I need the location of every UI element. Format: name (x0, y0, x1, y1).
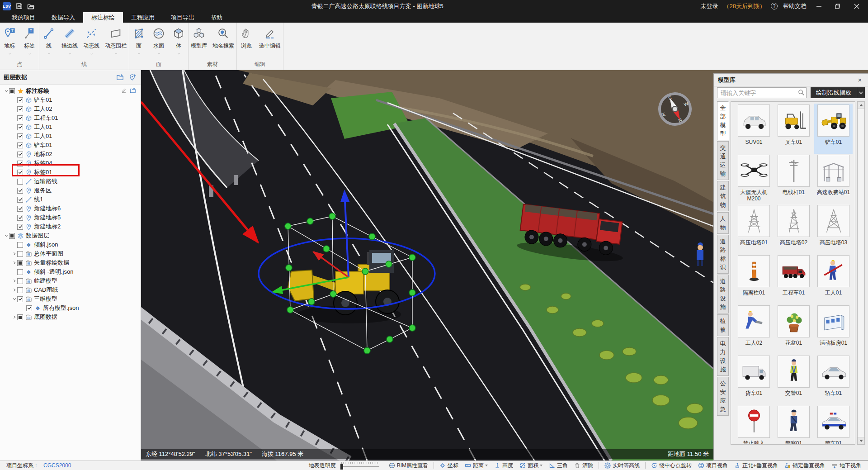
category-tab-电力设施[interactable]: 电力设施 (717, 337, 729, 376)
crs-value[interactable]: CGCS2000 (43, 462, 71, 469)
tree-row-标注标绘[interactable]: 标注标绘 (0, 86, 141, 95)
statusbar-tool-锁定垂直视角[interactable]: 锁定垂直视角 (784, 462, 825, 470)
category-tab-全部模型[interactable]: 全部模型 (717, 101, 729, 140)
model-thumbnail-loader[interactable] (817, 104, 849, 137)
statusbar-tool-坐标[interactable]: 坐标 (439, 462, 458, 470)
add-folder-icon[interactable] (130, 87, 136, 95)
menu-tab-5[interactable]: 项目导出 (163, 12, 203, 23)
statusbar-tool-高度[interactable]: 高度 (494, 462, 513, 470)
ribbon-button-体[interactable]: 体 (169, 26, 188, 54)
tree-expander-icon[interactable] (12, 260, 17, 266)
model-thumbnail-tower3[interactable] (817, 205, 849, 237)
model-item-禁止驶入[interactable]: 禁止驶入 (735, 405, 773, 445)
tree-row-运输路线[interactable]: 运输路线 (0, 177, 141, 186)
tree-checkbox[interactable] (17, 296, 23, 302)
tree-expander-icon[interactable] (12, 296, 17, 302)
tree-row-工人01[interactable]: 工人01 (0, 132, 141, 141)
help-doc-link[interactable]: 帮助文档 (783, 2, 807, 10)
tree-row-三维模型[interactable]: 三维模型 (0, 294, 141, 304)
add-folder-icon[interactable] (115, 73, 124, 82)
model-thumbnail-pole[interactable] (778, 155, 810, 187)
tree-checkbox[interactable] (9, 88, 15, 94)
tree-checkbox[interactable] (17, 97, 23, 103)
tree-row-数据图层[interactable]: 数据图层 (0, 231, 141, 240)
model-thumbnail-tower2[interactable] (778, 205, 810, 237)
tree-row-临建模型[interactable]: 临建模型 (0, 276, 141, 285)
chevron-down-icon[interactable] (114, 50, 118, 54)
tree-row-地标02[interactable]: 地标02 (0, 150, 141, 159)
tree-row-工人01[interactable]: 工人01 (0, 123, 141, 132)
tree-row-线1[interactable]: 线1 (0, 195, 141, 204)
tree-checkbox[interactable] (17, 115, 23, 121)
model-item-工程车01[interactable]: 工程车01 (774, 254, 813, 304)
model-item-货车01[interactable]: 货车01 (735, 355, 773, 405)
menu-tab-4[interactable]: 工程应用 (123, 12, 163, 23)
statusbar-tool-地下视角[interactable]: 地下视角 (831, 462, 861, 470)
category-tab-道路设施[interactable]: 道路设施 (717, 275, 729, 313)
model-thumbnail-forklift[interactable] (778, 104, 810, 137)
model-thumbnail-worker1[interactable] (817, 255, 849, 287)
menu-tab-6[interactable]: 帮助 (203, 12, 231, 23)
ribbon-button-线[interactable]: 线 (39, 26, 58, 54)
model-thumbnail-sedan[interactable] (817, 356, 849, 388)
chevron-down-icon[interactable] (28, 50, 32, 54)
statusbar-tool-BIM属性查看[interactable]: BIM属性查看 (389, 462, 428, 470)
chevron-down-icon[interactable] (90, 50, 94, 54)
model-item-警车01[interactable]: 警车01 (814, 405, 853, 445)
chevron-down-icon[interactable] (540, 465, 542, 466)
save-icon[interactable] (15, 3, 23, 10)
surface-opacity-slider[interactable] (340, 462, 379, 469)
tree-checkbox[interactable] (17, 251, 23, 257)
statusbar-tool-清除[interactable]: 清除 (574, 462, 593, 470)
scene-3d[interactable]: S N W E (141, 70, 713, 461)
tree-row-铲车01[interactable]: 铲车01 (0, 95, 141, 104)
chevron-down-icon[interactable] (177, 50, 181, 54)
menu-tab-1[interactable]: 我的项目 (4, 12, 43, 23)
category-tab-建筑物[interactable]: 建筑物 (717, 181, 729, 211)
close-panel-icon[interactable]: × (856, 76, 864, 84)
model-thumbnail-van[interactable] (738, 356, 770, 388)
tree-checkbox[interactable] (17, 215, 23, 221)
statusbar-tool-三角[interactable]: 三角 (549, 462, 568, 470)
model-thumbnail-plant[interactable] (778, 305, 810, 337)
chevron-down-icon[interactable] (8, 50, 12, 54)
tree-expander-icon[interactable] (12, 314, 17, 320)
tree-row-新建地标5[interactable]: 新建地标5 (0, 213, 141, 222)
tree-checkbox[interactable] (17, 106, 23, 112)
tree-checkbox[interactable] (17, 206, 23, 212)
statusbar-tool-项目视角[interactable]: 项目视角 (698, 462, 728, 470)
tree-checkbox[interactable] (17, 314, 23, 320)
draw-along-line-button[interactable]: 绘制沿线摆放 (811, 87, 865, 98)
chevron-down-icon[interactable] (485, 465, 488, 466)
chevron-down-icon[interactable] (157, 50, 161, 54)
model-thumbnail-officer[interactable] (778, 406, 810, 438)
tree-row-矢量标绘数据[interactable]: 矢量标绘数据 (0, 258, 141, 267)
tree-row-所有模型.json[interactable]: 所有模型.json (0, 304, 141, 313)
statusbar-tool-绕中心点旋转[interactable]: 绕中心点旋转 (651, 462, 692, 470)
tree-expander-icon[interactable] (12, 251, 17, 256)
chevron-down-icon[interactable] (68, 50, 72, 54)
model-item-警察01[interactable]: 警察01 (774, 405, 813, 445)
tree-row-新建地标6[interactable]: 新建地标6 (0, 204, 141, 213)
model-item-隔离柱01[interactable]: 隔离柱01 (735, 254, 773, 304)
tree-checkbox[interactable] (17, 161, 23, 166)
model-thumbnail-police[interactable] (778, 356, 810, 388)
maximize-button[interactable] (831, 2, 844, 11)
tree-checkbox[interactable] (17, 278, 23, 284)
scroll-up-button[interactable] (858, 102, 864, 109)
tree-checkbox[interactable] (17, 152, 23, 157)
model-item-铲车01[interactable]: 铲车01 (814, 104, 853, 154)
model-thumbnail-policecar[interactable] (817, 406, 849, 438)
chevron-down-icon[interactable] (47, 50, 51, 54)
ribbon-button-面[interactable]: 面 (129, 26, 148, 54)
category-tab-植被[interactable]: 植被 (717, 314, 729, 336)
chevron-down-icon[interactable] (857, 87, 865, 98)
edit-pen-icon[interactable] (121, 87, 127, 95)
tree-checkbox[interactable] (17, 242, 23, 248)
statusbar-tool-面积[interactable]: 面积 (519, 462, 542, 470)
ribbon-button-地名搜索[interactable]: 地名搜索 (210, 26, 236, 54)
close-button[interactable] (850, 2, 863, 11)
tree-checkbox[interactable] (17, 133, 23, 139)
chevron-down-icon[interactable] (137, 50, 141, 54)
tree-row-铲车01[interactable]: 铲车01 (0, 141, 141, 150)
